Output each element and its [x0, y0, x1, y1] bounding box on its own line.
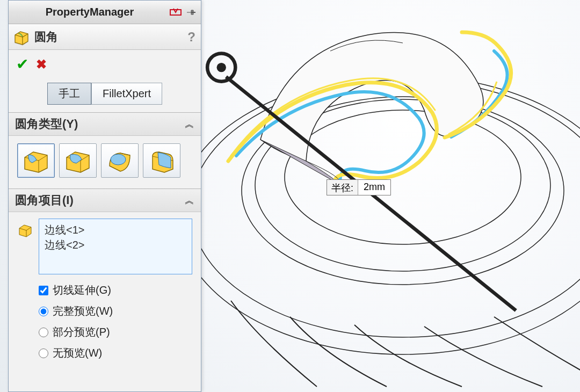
- confirm-row: ✔ ✖: [9, 50, 201, 79]
- svg-point-4: [285, 110, 521, 244]
- svg-point-10: [111, 154, 126, 165]
- no-preview-radio[interactable]: 无预览(W): [9, 342, 201, 362]
- no-preview-input[interactable]: [39, 349, 48, 358]
- full-preview-radio[interactable]: 完整预览(W): [9, 300, 201, 321]
- mode-filletxpert-button[interactable]: FilletXpert: [91, 83, 162, 105]
- list-item[interactable]: 边线<2>: [45, 237, 186, 252]
- list-item[interactable]: 边线<1>: [45, 222, 186, 237]
- svg-point-0: [193, 75, 580, 354]
- group-head-fillet-items[interactable]: 圆角项目(I) ︽: [9, 189, 201, 212]
- pushpin-icon[interactable]: [184, 6, 198, 19]
- full-preview-input[interactable]: [39, 307, 48, 316]
- group-label: 圆角类型(Y): [15, 116, 78, 132]
- group-fillet-items: 圆角项目(I) ︽ 边线<1> 边线<2> 切线延伸(G) 完整预览(W): [9, 188, 201, 362]
- partial-preview-input[interactable]: [39, 328, 48, 337]
- partial-preview-radio[interactable]: 部分预览(P): [9, 321, 201, 342]
- selection-list[interactable]: 边线<1> 边线<2>: [39, 219, 192, 274]
- mode-manual-button[interactable]: 手工: [47, 83, 91, 105]
- fillet-type-buttons: [9, 136, 201, 188]
- tangent-prop-checkbox[interactable]: 切线延伸(G): [9, 279, 201, 300]
- option-label: 无预览(W): [53, 346, 102, 360]
- feature-name: 圆角: [34, 29, 58, 45]
- fillet-type-constant[interactable]: [17, 143, 55, 178]
- collapse-caret-icon: ︽: [185, 194, 194, 207]
- feature-title-bar: 圆角 ?: [9, 24, 201, 50]
- edge-selection-icon: [17, 222, 33, 238]
- ok-button[interactable]: ✔: [16, 55, 28, 73]
- svg-point-1: [193, 79, 580, 337]
- keep-visible-icon[interactable]: [169, 6, 183, 19]
- radius-callout[interactable]: 半径: 2mm: [327, 179, 391, 195]
- tangent-checkbox-input[interactable]: [39, 286, 48, 295]
- pm-title: PropertyManager: [12, 6, 168, 18]
- fillet-type-variable[interactable]: [59, 143, 97, 178]
- fillet-feature-icon: [13, 28, 30, 46]
- option-label: 完整预览(W): [53, 304, 113, 318]
- mode-row: 手工 FilletXpert: [9, 83, 201, 105]
- pm-header: PropertyManager: [9, 1, 201, 24]
- option-label: 切线延伸(G): [53, 283, 111, 297]
- property-manager-panel: PropertyManager 圆角 ? ✔ ✖ 手工 FilletXpert …: [8, 0, 201, 392]
- fillet-type-full-round[interactable]: [143, 143, 180, 178]
- group-fillet-type: 圆角类型(Y) ︽: [9, 112, 201, 188]
- help-icon[interactable]: ?: [187, 30, 195, 45]
- fillet-type-face[interactable]: [101, 143, 139, 178]
- option-label: 部分预览(P): [53, 325, 110, 339]
- callout-label: 半径:: [327, 180, 358, 195]
- group-label: 圆角项目(I): [15, 192, 74, 208]
- callout-value[interactable]: 2mm: [358, 180, 390, 195]
- group-head-fillet-type[interactable]: 圆角类型(Y) ︽: [9, 113, 201, 136]
- collapse-caret-icon: ︽: [185, 118, 194, 130]
- cad-model-sketch: [193, 0, 580, 392]
- cancel-button[interactable]: ✖: [36, 57, 47, 72]
